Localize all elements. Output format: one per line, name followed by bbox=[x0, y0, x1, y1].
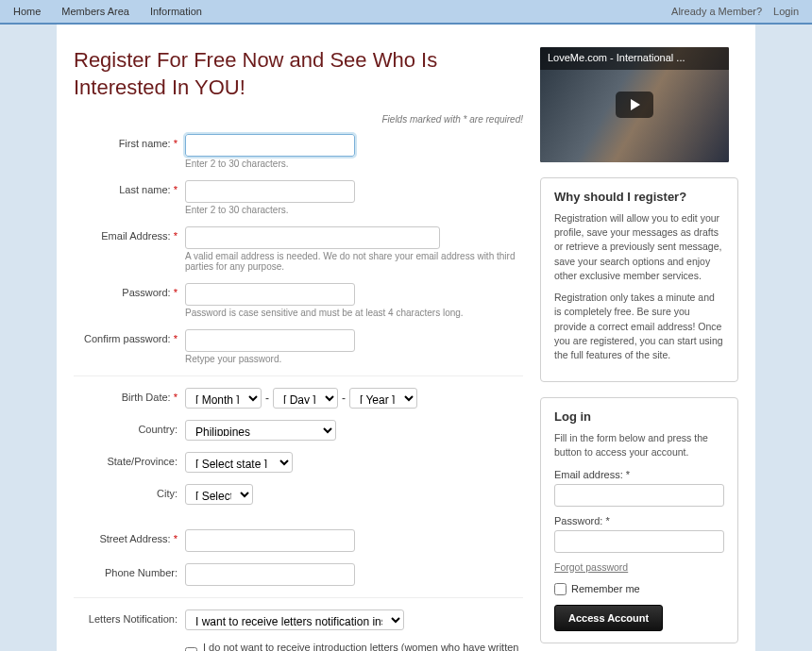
nav-members[interactable]: Members Area bbox=[61, 6, 129, 17]
country-select[interactable]: Philippines bbox=[185, 420, 336, 441]
no-intro-checkbox[interactable] bbox=[185, 647, 197, 651]
birth-date-label: Birth Date: bbox=[122, 392, 171, 403]
nav-information[interactable]: Information bbox=[150, 6, 202, 17]
phone-label: Phone Number: bbox=[105, 567, 178, 578]
why-register-p2: Registration only takes a minute and is … bbox=[554, 291, 724, 362]
confirm-hint: Retype your password. bbox=[185, 354, 523, 364]
letters-notif-label: Letters Notification: bbox=[89, 613, 178, 625]
date-separator: - bbox=[265, 392, 269, 405]
page-title: Register For Free Now and See Who Is Int… bbox=[74, 47, 523, 101]
birth-day-select[interactable]: [ Day ] bbox=[273, 388, 338, 409]
why-register-p1: Registration will allow you to edit your… bbox=[554, 211, 724, 283]
first-name-input[interactable] bbox=[185, 134, 355, 157]
remember-me-label: Remember me bbox=[571, 583, 640, 594]
password-hint: Password is case sensitive and must be a… bbox=[185, 308, 523, 318]
forgot-password-link[interactable]: Forgot password bbox=[554, 561, 628, 573]
login-email-label: Email address: bbox=[554, 469, 623, 480]
required-asterisk: * bbox=[174, 287, 178, 298]
letters-notif-select[interactable]: I want to receive letters notification i… bbox=[185, 609, 404, 630]
confirm-password-input[interactable] bbox=[185, 329, 355, 352]
no-intro-label: I do not want to receive introduction le… bbox=[203, 642, 523, 651]
state-label: State/Province: bbox=[107, 456, 178, 467]
video-title: LoveMe.com - International ... bbox=[540, 47, 729, 70]
street-label: Street Address: bbox=[99, 533, 170, 544]
required-asterisk: * bbox=[174, 392, 178, 403]
last-name-hint: Enter 2 to 30 characters. bbox=[185, 205, 523, 215]
date-separator: - bbox=[342, 392, 346, 405]
nav-login[interactable]: Login bbox=[773, 6, 799, 17]
remember-me-checkbox[interactable] bbox=[554, 583, 567, 595]
city-label: City: bbox=[157, 488, 178, 499]
required-asterisk: * bbox=[174, 333, 178, 344]
login-title: Log in bbox=[554, 409, 724, 424]
required-asterisk: * bbox=[174, 184, 178, 195]
first-name-hint: Enter 2 to 30 characters. bbox=[185, 159, 523, 169]
top-nav: Home Members Area Information Already a … bbox=[0, 0, 812, 25]
access-account-button[interactable]: Access Account bbox=[554, 605, 663, 631]
birth-year-select[interactable]: [ Year ] bbox=[349, 388, 417, 409]
birth-month-select[interactable]: [ Month ] bbox=[185, 388, 262, 409]
required-asterisk: * bbox=[626, 469, 630, 480]
required-asterisk: * bbox=[174, 533, 178, 544]
street-input[interactable] bbox=[185, 529, 355, 552]
first-name-label: First name: bbox=[119, 138, 171, 149]
phone-input[interactable] bbox=[185, 563, 355, 586]
login-password-input[interactable] bbox=[554, 530, 724, 553]
video-player[interactable]: LoveMe.com - International ... bbox=[540, 47, 729, 162]
why-register-panel: Why should I register? Registration will… bbox=[540, 177, 738, 382]
last-name-label: Last name: bbox=[119, 184, 170, 195]
password-label: Password: bbox=[122, 287, 170, 298]
login-email-input[interactable] bbox=[554, 484, 724, 507]
required-note: Fields marked with * are required! bbox=[74, 114, 523, 125]
last-name-input[interactable] bbox=[185, 180, 355, 203]
email-label: Email Address: bbox=[101, 230, 170, 242]
country-label: Country: bbox=[138, 424, 178, 435]
login-password-label: Password: bbox=[554, 515, 602, 526]
confirm-password-label: Confirm password: bbox=[84, 333, 171, 344]
login-subtitle: Fill in the form below and press the but… bbox=[554, 431, 724, 459]
login-panel: Log in Fill in the form below and press … bbox=[540, 397, 738, 643]
email-hint: A valid email address is needed. We do n… bbox=[185, 251, 523, 272]
play-icon[interactable] bbox=[616, 92, 653, 118]
password-input[interactable] bbox=[185, 283, 355, 306]
why-register-title: Why should I register? bbox=[554, 190, 724, 204]
state-select[interactable]: [ Select state ] bbox=[185, 452, 293, 473]
required-asterisk: * bbox=[605, 515, 609, 526]
required-asterisk: * bbox=[174, 230, 178, 242]
nav-home[interactable]: Home bbox=[13, 6, 41, 17]
email-input[interactable] bbox=[185, 226, 440, 249]
required-asterisk: * bbox=[174, 138, 178, 149]
city-select[interactable]: [ Select city ] bbox=[185, 484, 253, 505]
already-member-text: Already a Member? bbox=[671, 6, 762, 17]
